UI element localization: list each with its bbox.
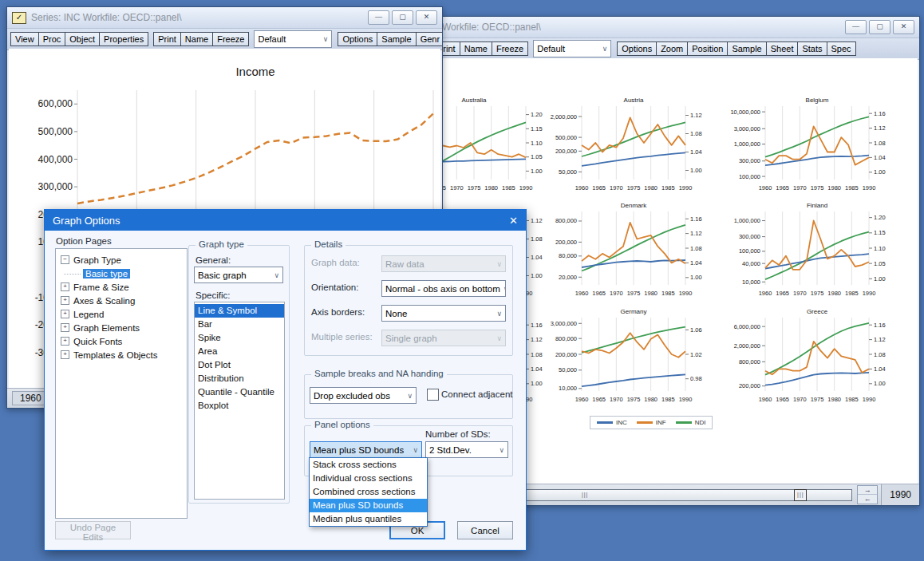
tree-item-frame-size[interactable]: +Frame & Size <box>56 280 187 294</box>
svg-text:1980: 1980 <box>644 290 657 297</box>
details-value-1: Normal - obs axis on bottom <box>385 284 500 294</box>
series-object-button[interactable]: Object <box>65 32 100 46</box>
connect-adjacent-checkbox[interactable] <box>427 389 439 401</box>
svg-text:3,000,000: 3,000,000 <box>551 320 577 327</box>
tree-item-label: Basic type <box>83 269 130 279</box>
tree-item-legend[interactable]: +Legend <box>56 307 187 321</box>
orientation-combobox[interactable]: Normal - obs axis on bottom∨ <box>381 280 506 297</box>
graph-type-group: Graph type General: Basic graph ∨ Specif… <box>188 245 290 504</box>
chevron-down-icon: ∨ <box>493 260 502 268</box>
series-default-combobox[interactable]: Default∨ <box>254 30 332 48</box>
workfile-titlebar[interactable]: Workfile: OECD::panel\ —▢✕ <box>364 17 919 38</box>
series-minimize-button[interactable]: — <box>368 10 389 25</box>
specific-item-spike[interactable]: Spike <box>195 331 284 345</box>
specific-item-area[interactable]: Area <box>195 345 284 358</box>
svg-text:1.02: 1.02 <box>690 351 702 358</box>
series-maximize-button[interactable]: ▢ <box>392 10 413 25</box>
legend-item-inf: INF <box>637 419 666 426</box>
pager-arrows[interactable]: → ← <box>857 485 878 504</box>
workfile-sample-button[interactable]: Sample <box>727 41 766 56</box>
series-options-button[interactable]: Options <box>338 32 377 46</box>
svg-text:1970: 1970 <box>793 290 807 297</box>
general-combobox[interactable]: Basic graph ∨ <box>194 267 283 283</box>
specific-item-distribution[interactable]: Distribution <box>195 372 284 385</box>
panel-chart-greece: Greece19601965197019751980198519906,000,… <box>727 306 886 415</box>
undo-page-edits-button[interactable]: Undo Page Edits <box>55 521 131 539</box>
page-label: 1990 <box>881 484 919 505</box>
dropdown-item-individual-cross-sections[interactable]: Individual cross sections <box>310 472 427 485</box>
series-freeze-button[interactable]: Freeze <box>212 32 249 46</box>
tree-item-graph-type[interactable]: −Graph Type <box>56 253 187 267</box>
svg-text:1990: 1990 <box>863 396 876 403</box>
svg-text:1970: 1970 <box>610 184 623 192</box>
number-of-sds-combobox[interactable]: 2 Std.Dev. ∨ <box>425 441 508 458</box>
series-name-button[interactable]: Name <box>180 32 213 46</box>
specific-item-boxplot[interactable]: Boxplot <box>195 399 284 413</box>
panel-options-dropdown-list: Stack cross sectionsIndividual cross sec… <box>309 457 428 527</box>
collapse-icon[interactable]: − <box>61 255 69 264</box>
dropdown-item-combined-cross-sections[interactable]: Combined cross sections <box>310 485 427 499</box>
svg-text:1.08: 1.08 <box>874 140 886 147</box>
workfile-options-button[interactable]: Options <box>617 41 657 56</box>
tree-item-templates-objects[interactable]: +Templates & Objects <box>56 348 187 361</box>
tree-item-graph-elements[interactable]: +Graph Elements <box>56 321 187 334</box>
series-view-button[interactable]: View <box>10 32 39 46</box>
workfile-zoom-button[interactable]: Zoom <box>656 41 688 56</box>
specific-item-bar[interactable]: Bar <box>195 318 284 331</box>
expand-icon[interactable]: + <box>61 337 69 346</box>
expand-icon[interactable]: + <box>61 282 69 291</box>
svg-text:1.00: 1.00 <box>874 275 886 282</box>
svg-text:1,000,000: 1,000,000 <box>734 217 760 224</box>
scrollbar-end-grip-icon[interactable]: ||| <box>794 489 807 501</box>
series-titlebar[interactable]: ✓ Series: INC Workfile: OECD::panel\ —▢✕ <box>7 7 442 29</box>
workfile-spec-button[interactable]: Spec <box>827 41 856 56</box>
series-properties-button[interactable]: Properties <box>99 32 148 46</box>
dialog-titlebar[interactable]: Graph Options ✕ <box>45 210 526 231</box>
specific-item-quantile-quantile[interactable]: Quantile - Quantile <box>195 385 284 399</box>
workfile-minimize-button[interactable]: — <box>845 20 867 34</box>
expand-icon[interactable]: + <box>61 296 69 305</box>
expand-icon[interactable]: + <box>61 350 69 359</box>
workfile-position-button[interactable]: Position <box>687 41 728 56</box>
dropdown-item-mean-plus-sd-bounds[interactable]: Mean plus SD bounds <box>310 499 427 512</box>
specific-item-line-symbol[interactable]: Line & Symbol <box>195 304 284 318</box>
workfile-freeze-button[interactable]: Freeze <box>492 41 528 56</box>
next-page-arrow-icon[interactable]: → <box>858 486 877 495</box>
series-sample-button[interactable]: Sample <box>377 32 416 46</box>
dropdown-item-stack-cross-sections[interactable]: Stack cross sections <box>310 458 427 472</box>
expand-icon[interactable]: + <box>61 310 69 318</box>
svg-text:1.00: 1.00 <box>874 168 886 176</box>
specific-item-dot-plot[interactable]: Dot Plot <box>195 358 284 372</box>
chevron-down-icon: ∨ <box>409 446 418 454</box>
workfile-close-button[interactable]: ✕ <box>893 20 914 34</box>
panel-options-combobox[interactable]: Mean plus SD bounds ∨ <box>310 441 422 458</box>
option-pages-label: Option Pages <box>56 236 112 246</box>
workfile-default-combobox[interactable]: Default∨ <box>533 40 611 57</box>
svg-text:1.06: 1.06 <box>690 326 702 334</box>
series-close-button[interactable]: ✕ <box>416 10 437 25</box>
workfile-name-button[interactable]: Name <box>460 41 492 56</box>
series-proc-button[interactable]: Proc <box>38 32 66 46</box>
sample-breaks-combobox[interactable]: Drop excluded obs ∨ <box>310 387 417 404</box>
workfile-maximize-button[interactable]: ▢ <box>869 20 890 34</box>
svg-text:1960: 1960 <box>575 396 589 403</box>
svg-text:200,000: 200,000 <box>555 148 577 155</box>
workfile-stats-button[interactable]: Stats <box>797 41 827 56</box>
close-icon[interactable]: ✕ <box>509 215 518 227</box>
svg-text:1.04: 1.04 <box>531 365 543 373</box>
prev-page-arrow-icon[interactable]: ← <box>858 495 877 503</box>
series-genr-button[interactable]: Genr <box>416 32 442 46</box>
cancel-button[interactable]: Cancel <box>457 521 513 539</box>
workfile-sheet-button[interactable]: Sheet <box>766 41 799 56</box>
series-print-button[interactable]: Print <box>153 32 181 46</box>
dropdown-item-median-plus-quantiles[interactable]: Median plus quantiles <box>310 512 427 526</box>
axis-borders-combobox[interactable]: None∨ <box>381 305 506 322</box>
tree-item-quick-fonts[interactable]: +Quick Fonts <box>56 334 187 348</box>
svg-text:1985: 1985 <box>661 184 675 192</box>
expand-icon[interactable]: + <box>61 323 69 332</box>
tree-item-axes-scaling[interactable]: +Axes & Scaling <box>56 294 187 307</box>
chevron-down-icon: ∨ <box>500 285 506 293</box>
scrollbar-grip-icon[interactable]: ||| <box>582 490 588 499</box>
tree-item-basic-type[interactable]: Basic type <box>56 267 187 280</box>
svg-text:1960: 1960 <box>575 290 589 297</box>
